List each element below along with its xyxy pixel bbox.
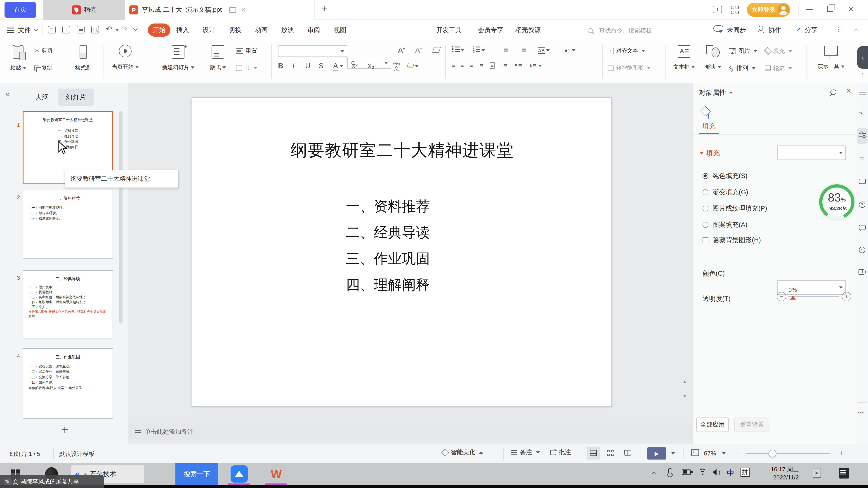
phonetic-button[interactable]: wén 文: [385, 61, 407, 70]
tab-outline[interactable]: 大纲: [35, 93, 49, 102]
menu-tab-start[interactable]: 开始: [148, 24, 170, 37]
comments-button[interactable]: ✎ 批注: [550, 448, 571, 456]
bullets-button[interactable]: [452, 46, 473, 54]
para-space-below-icon[interactable]: ↡≣: [528, 63, 542, 68]
ime-pinyin-indicator[interactable]: 拼: [741, 468, 749, 477]
zoom-value[interactable]: 67%: [704, 450, 716, 457]
prev-slide-icon[interactable]: ▲: [683, 379, 687, 384]
command-search-input[interactable]: 查找命令、搜索模板: [599, 27, 652, 35]
present-tools-button[interactable]: ⌁ 演示工具: [810, 43, 852, 80]
char-spacing-button[interactable]: AB: [538, 46, 561, 54]
more-menu-icon[interactable]: ⋮: [835, 25, 842, 33]
menu-tab-member[interactable]: 会员专享: [478, 26, 503, 34]
design-template-button[interactable]: 默认设计模板: [59, 450, 94, 458]
decrease-font-icon[interactable]: A−: [415, 46, 423, 55]
window-layout-icon[interactable]: 1: [713, 6, 722, 13]
to-smartart-button[interactable]: 转智能图形: [608, 64, 651, 72]
align-right-icon[interactable]: ≡: [470, 63, 473, 68]
search-icon[interactable]: [588, 28, 593, 33]
menu-tab-view[interactable]: 视图: [334, 26, 346, 34]
restore-button[interactable]: [827, 6, 833, 12]
properties-rail-tab[interactable]: [857, 128, 868, 144]
tab-home[interactable]: 首页: [4, 2, 36, 18]
zoom-dropdown-icon[interactable]: [722, 452, 725, 455]
annotate-pen-icon[interactable]: ✎: [4, 479, 11, 485]
notes-button[interactable]: 备注: [511, 448, 540, 456]
menu-tab-transition[interactable]: 切换: [229, 26, 241, 34]
menu-tab-animation[interactable]: 动画: [255, 26, 268, 34]
fill-button[interactable]: 填充: [765, 47, 792, 55]
file-menu-chevron-icon[interactable]: [34, 27, 38, 31]
superscript-button[interactable]: X²: [351, 62, 368, 70]
meeting-app-icon[interactable]: [230, 465, 248, 483]
redo-icon[interactable]: ↷: [121, 24, 128, 34]
radio-picture-fill[interactable]: 图片或纹理填充(P): [703, 204, 767, 213]
view-reading-button[interactable]: [621, 447, 635, 459]
italic-button[interactable]: I: [292, 62, 305, 70]
textbox-button[interactable]: A 文本框: [670, 43, 698, 80]
add-slide-button[interactable]: +: [61, 423, 68, 437]
text-direction-button[interactable]: ↓A↕: [561, 46, 581, 54]
toolbar-collapse-icon[interactable]: [133, 26, 138, 31]
share-label[interactable]: 分享: [805, 26, 817, 34]
overlay-mic-icon[interactable]: [14, 480, 17, 484]
slide-editor[interactable]: 纲要教研室二十大精神进课堂 一、资料推荐 二、经典导读 三、作业巩固 四、理解阐…: [192, 97, 612, 407]
reference-book-icon[interactable]: [859, 269, 866, 275]
section-expand-icon[interactable]: [700, 152, 704, 155]
transparency-minus[interactable]: −: [777, 292, 786, 301]
radio-gradient-fill[interactable]: 渐变填充(G): [703, 188, 748, 197]
distribute-icon[interactable]: ≡: [490, 62, 495, 69]
zoom-in-button[interactable]: +: [839, 449, 843, 457]
numbering-button[interactable]: 123: [473, 46, 498, 54]
slide-list-item[interactable]: 三、作业巩固: [346, 246, 430, 272]
play-options-icon[interactable]: [671, 452, 675, 455]
collab-icon[interactable]: [758, 26, 763, 30]
panel-scrollbar[interactable]: [119, 111, 123, 324]
tab-close-icon[interactable]: ×: [241, 6, 246, 14]
decrease-indent-icon[interactable]: ←≣: [498, 47, 516, 53]
panel-collapse-icon[interactable]: «: [5, 90, 10, 98]
cloud-sync-icon[interactable]: [713, 25, 723, 32]
export-icon[interactable]: ↓: [62, 26, 70, 33]
increase-indent-icon[interactable]: →≣: [516, 47, 538, 53]
menu-tab-insert[interactable]: 插入: [176, 26, 189, 34]
collab-label[interactable]: 协作: [769, 26, 781, 34]
new-slide-button[interactable]: + 新建幻灯片: [156, 43, 201, 80]
picture-button[interactable]: 图片: [729, 47, 757, 55]
feedback-icon[interactable]: [859, 225, 866, 230]
view-normal-button[interactable]: [587, 447, 600, 459]
menu-tab-design[interactable]: 设计: [203, 26, 215, 34]
transparency-slider-marker[interactable]: [790, 295, 796, 300]
notes-bar[interactable]: 单击此处添加备注: [128, 423, 692, 440]
close-window-button[interactable]: ×: [848, 4, 853, 14]
microphone-tray-icon[interactable]: [668, 468, 672, 475]
arrange-button[interactable]: 排列: [729, 64, 755, 72]
pin-icon[interactable]: [830, 88, 837, 96]
paste-button[interactable]: 粘贴: [6, 43, 30, 80]
smart-beautify-button[interactable]: 智能美化: [442, 448, 483, 456]
zoom-slider-handle[interactable]: [769, 450, 776, 457]
tab-document[interactable]: P 李凤成-二十大- 演示文稿.ppt ×: [125, 0, 315, 20]
line-spacing-icon[interactable]: ↕≣: [501, 63, 507, 68]
slide-title[interactable]: 纲要教研室二十大精神进课堂: [192, 139, 612, 162]
underline-button[interactable]: U: [305, 62, 319, 70]
shapes-button[interactable]: 形状: [701, 43, 725, 80]
play-current-button[interactable]: 当页开始: [107, 43, 143, 80]
save-icon[interactable]: [48, 26, 56, 33]
hide-bg-checkbox[interactable]: 隐藏背景图形(H): [703, 236, 761, 245]
strikethrough-button[interactable]: S: [319, 62, 333, 70]
menu-tab-devtools[interactable]: 开发工具: [436, 26, 462, 34]
notification-center-icon[interactable]: [839, 468, 849, 479]
cast-screen-icon[interactable]: [229, 7, 236, 13]
slide-thumbnail-3[interactable]: 二、经典导读 （一）紧扣文本； （二）贯通教材； （三）突出红色：启蒙精神之战斗…: [23, 270, 113, 338]
login-button[interactable]: 立即登录: [747, 3, 790, 17]
zoom-slider-track[interactable]: [746, 453, 830, 454]
taskpane-expand-chevron[interactable]: ›: [862, 70, 864, 77]
new-tab-button[interactable]: +: [322, 3, 328, 15]
radio-pattern-fill[interactable]: 图案填充(A): [703, 221, 747, 229]
speaker-tray-icon[interactable]: ): [712, 469, 720, 477]
slide-thumbnail-4[interactable]: 三、作业巩固 （一）议程设置，课堂互动。 （二）课后作业：思辨阐释。 （三）交流…: [23, 348, 113, 419]
close-panel-icon[interactable]: ×: [846, 86, 851, 96]
format-painter-button[interactable]: 格式刷: [69, 43, 98, 80]
radio-solid-fill[interactable]: 纯色填充(S): [703, 172, 747, 180]
